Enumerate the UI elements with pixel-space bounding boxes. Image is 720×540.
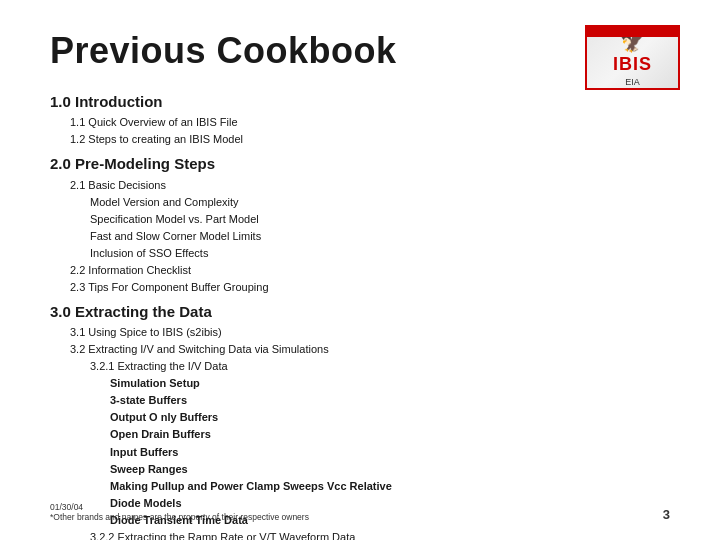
list-item: Fast and Slow Corner Model Limits	[90, 228, 670, 245]
slide: 🦅 IBIS EIA Previous Cookbook 1.0 Introdu…	[0, 0, 720, 540]
footer-page: 3	[663, 507, 670, 522]
list-item: Sweep Ranges	[110, 461, 670, 478]
list-item: Inclusion of SSO Effects	[90, 245, 670, 262]
footer-left: 01/30/04 *Other brands and names are the…	[50, 502, 309, 522]
list-item: Output O nly Buffers	[110, 409, 670, 426]
list-item: 2.3 Tips For Component Buffer Grouping	[70, 279, 670, 296]
list-item: 3.2.2 Extracting the Ramp Rate or V/T Wa…	[90, 529, 670, 540]
page-title: Previous Cookbook	[50, 30, 670, 72]
logo-red-stripe	[587, 27, 678, 37]
list-item: Input Buffers	[110, 444, 670, 461]
footer: 01/30/04 *Other brands and names are the…	[50, 502, 670, 522]
list-item: 2.1 Basic Decisions	[70, 177, 670, 194]
content-area: 1.0 Introduction 1.1 Quick Overview of a…	[50, 90, 670, 540]
logo-box: 🦅 IBIS EIA	[585, 25, 680, 90]
section-heading-3: 3.0 Extracting the Data	[50, 300, 670, 323]
list-item: 2.2 Information Checklist	[70, 262, 670, 279]
section-heading-2: 2.0 Pre-Modeling Steps	[50, 152, 670, 175]
list-item: 3-state Buffers	[110, 392, 670, 409]
list-item: Making Pullup and Power Clamp Sweeps Vcc…	[110, 478, 670, 495]
footer-date: 01/30/04	[50, 502, 309, 512]
footer-disclaimer: *Other brands and names are the property…	[50, 512, 309, 522]
logo-text: IBIS	[613, 54, 652, 75]
list-item: Model Version and Complexity	[90, 194, 670, 211]
list-item: Specification Model vs. Part Model	[90, 211, 670, 228]
logo-sub: EIA	[613, 77, 652, 87]
list-item: Simulation Setup	[110, 375, 670, 392]
list-item: 3.1 Using Spice to IBIS (s2ibis)	[70, 324, 670, 341]
list-item: 1.2 Steps to creating an IBIS Model	[70, 131, 670, 148]
list-item: Open Drain Buffers	[110, 426, 670, 443]
list-item: 3.2.1 Extracting the I/V Data	[90, 358, 670, 375]
list-item: 3.2 Extracting I/V and Switching Data vi…	[70, 341, 670, 358]
logo-area: 🦅 IBIS EIA	[585, 25, 680, 90]
section-heading-1: 1.0 Introduction	[50, 90, 670, 113]
list-item: 1.1 Quick Overview of an IBIS File	[70, 114, 670, 131]
